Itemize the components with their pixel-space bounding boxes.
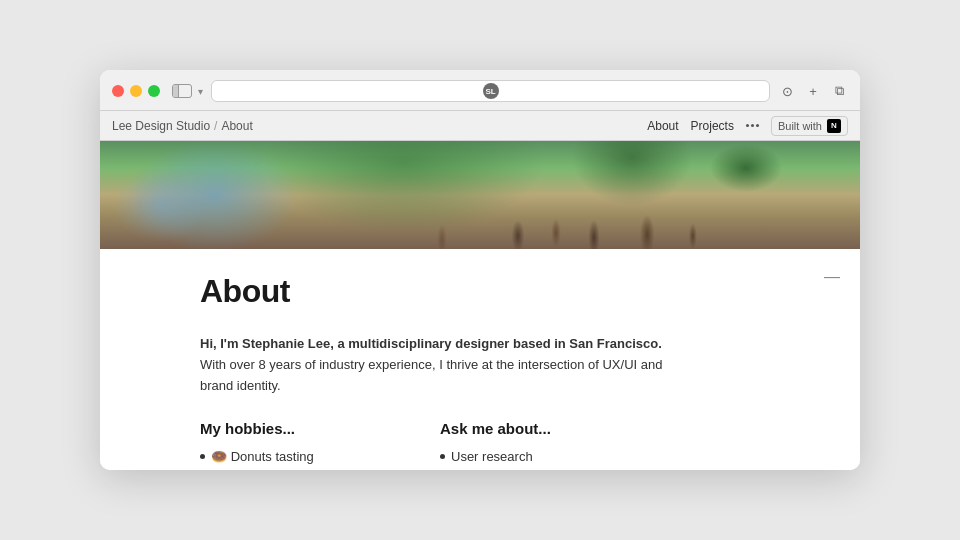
ask-column: Ask me about... User research Wireframes… [440, 420, 620, 470]
intro-rest: With over 8 years of industry experience… [200, 357, 662, 393]
notion-icon: N [827, 119, 841, 133]
browser-window: ▾ SL ⊙ + ⧉ Lee Design Studio / About Abo… [100, 70, 860, 470]
nav-about-link[interactable]: About [647, 119, 678, 133]
maximize-button[interactable] [148, 85, 160, 97]
collapse-button[interactable]: — [824, 269, 840, 285]
list-item: User research [440, 449, 620, 464]
breadcrumb: Lee Design Studio / About [112, 119, 253, 133]
nav-links: About Projects Built with N [647, 116, 848, 136]
page-title: About [200, 273, 812, 310]
intro-paragraph: Hi, I'm Stephanie Lee, a multidisciplina… [200, 334, 680, 396]
columns: My hobbies... 🍩 Donuts tasting 📊 [200, 420, 812, 470]
breadcrumb-home[interactable]: Lee Design Studio [112, 119, 210, 133]
bullet-icon [440, 454, 445, 459]
address-bar[interactable]: SL [211, 80, 770, 102]
ask-list: User research Wireframes UI design [440, 449, 620, 470]
hobbies-title: My hobbies... [200, 420, 380, 437]
sidebar-toggle-button[interactable] [172, 84, 192, 98]
content-area: — About Hi, I'm Stephanie Lee, a multidi… [100, 249, 860, 470]
nav-bar: Lee Design Studio / About About Projects… [100, 111, 860, 141]
title-bar: ▾ SL ⊙ + ⧉ [100, 70, 860, 111]
hobby-1: 🍩 Donuts tasting [211, 449, 314, 464]
share-button[interactable]: ⊙ [778, 82, 796, 100]
new-tab-button[interactable]: + [804, 82, 822, 100]
address-bar-row: SL [211, 80, 770, 102]
chevron-down-icon: ▾ [198, 86, 203, 97]
copy-button[interactable]: ⧉ [830, 82, 848, 100]
list-item: 🍩 Donuts tasting [200, 449, 380, 464]
close-button[interactable] [112, 85, 124, 97]
ask-1: User research [451, 449, 533, 464]
breadcrumb-separator: / [214, 119, 217, 133]
built-with-label: Built with [778, 120, 822, 132]
favicon: SL [483, 83, 499, 99]
hero-painting [100, 141, 860, 249]
hobby-1-emoji: 🍩 [211, 449, 227, 464]
browser-actions: ⊙ + ⧉ [778, 82, 848, 100]
hobbies-column: My hobbies... 🍩 Donuts tasting 📊 [200, 420, 380, 470]
intro-bold: Hi, I'm Stephanie Lee, a multidisciplina… [200, 336, 662, 351]
breadcrumb-current: About [221, 119, 252, 133]
traffic-lights [112, 85, 160, 97]
bullet-icon [200, 454, 205, 459]
ask-title: Ask me about... [440, 420, 620, 437]
hero-image [100, 141, 860, 249]
minimize-button[interactable] [130, 85, 142, 97]
nav-more-button[interactable] [746, 124, 759, 127]
built-with-badge[interactable]: Built with N [771, 116, 848, 136]
hobbies-list: 🍩 Donuts tasting 📊 Traveling [200, 449, 380, 470]
nav-projects-link[interactable]: Projects [691, 119, 734, 133]
